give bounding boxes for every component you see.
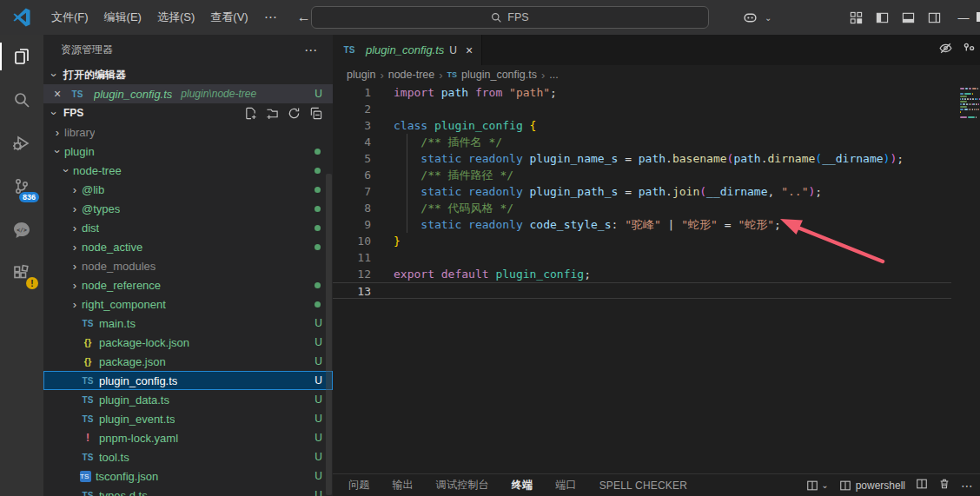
code-line-11[interactable]: 11 <box>333 249 980 266</box>
code-line-9[interactable]: 9 static readonly code_style_s: "驼峰" | "… <box>333 216 980 233</box>
panel-tab-端口[interactable]: 端口 <box>555 478 576 493</box>
extensions-warning-badge: ! <box>26 277 38 289</box>
tree-item-package-lock.json[interactable]: {}package-lock.jsonU <box>43 333 333 352</box>
run-debug-icon[interactable] <box>0 122 43 165</box>
breadcrumb-item[interactable]: plugin <box>347 69 375 81</box>
code-editor[interactable]: 1import path from "path";23class plugin_… <box>333 84 980 473</box>
panel-tab-输出[interactable]: 输出 <box>392 478 413 493</box>
toggle-secondary-sidebar-icon[interactable] <box>921 0 947 35</box>
code-line-4[interactable]: 4 /** 插件名 */ <box>333 134 980 150</box>
tree-item-pnpm-lock.yaml[interactable]: !pnpm-lock.yamlU <box>43 428 333 447</box>
panel-tab-终端[interactable]: 终端 <box>512 478 533 493</box>
git-modified-dot <box>315 282 321 288</box>
menu-编辑(E)[interactable]: 编辑(E) <box>96 0 149 35</box>
open-editors-header[interactable]: › 打开的编辑器 <box>43 65 333 84</box>
folder-section-header[interactable]: › FPS <box>43 103 333 122</box>
git-status-badge: U <box>315 374 322 387</box>
tree-item-label: pnpm-lock.yaml <box>99 432 178 445</box>
menu-more[interactable]: ⋯ <box>256 0 285 35</box>
chevron-icon: › <box>68 260 82 273</box>
panel-more-icon[interactable]: ⋯ <box>961 479 973 493</box>
search-icon[interactable] <box>0 78 43 122</box>
close-icon[interactable]: × <box>50 87 64 101</box>
sidebar-more-actions[interactable]: ⋯ <box>299 43 322 58</box>
tree-item-package.json[interactable]: {}package.jsonU <box>43 352 333 371</box>
tree-item-plugin_data.ts[interactable]: TSplugin_data.tsU <box>43 390 333 409</box>
tab-plugin-config[interactable]: TS plugin_config.ts U × <box>333 35 482 65</box>
code-line-8[interactable]: 8 /** 代码风格 */ <box>333 200 980 216</box>
json-file-icon: {} <box>80 356 96 367</box>
tab-dirty-badge: U <box>449 44 457 56</box>
nav-back-icon[interactable]: ← <box>297 10 311 25</box>
code-text: export default plugin_config; <box>371 266 591 282</box>
tree-item-label: plugin_data.ts <box>99 393 169 407</box>
sidebar-scrollbar[interactable] <box>326 174 332 495</box>
panel-tab-调试控制台[interactable]: 调试控制台 <box>436 478 489 493</box>
explorer-icon[interactable] <box>0 35 43 78</box>
panel-tab-SPELL CHECKER[interactable]: SPELL CHECKER <box>599 479 688 492</box>
tree-item-label: types.d.ts <box>99 489 148 496</box>
code-line-10[interactable]: 10} <box>333 233 980 249</box>
code-line-2[interactable]: 2 <box>333 101 980 117</box>
copilot-chevron-icon[interactable]: ⌄ <box>765 13 771 23</box>
menu-查看(V)[interactable]: 查看(V) <box>202 0 255 35</box>
toggle-panel-icon[interactable] <box>895 0 921 35</box>
code-line-13[interactable]: 13 <box>333 282 951 299</box>
tree-item-tool.ts[interactable]: TStool.tsU <box>43 447 333 466</box>
command-center-search[interactable]: FPS <box>311 6 709 29</box>
breadcrumb-item[interactable]: ... <box>549 69 558 81</box>
tree-item-right_component[interactable]: ›right_component <box>43 294 333 314</box>
tree-item-label: node_reference <box>82 279 161 292</box>
breadcrumb-item[interactable]: plugin_config.ts <box>461 69 537 81</box>
toggle-primary-sidebar-icon[interactable] <box>869 0 895 35</box>
code-line-3[interactable]: 3class plugin_config { <box>333 117 980 134</box>
ts-file-icon: TS <box>80 414 96 424</box>
tree-item-node_modules[interactable]: ›node_modules <box>43 256 333 275</box>
code-line-1[interactable]: 1import path from "path"; <box>333 84 980 101</box>
tree-item-types.d.ts[interactable]: TStypes.d.tsU <box>43 486 333 496</box>
tree-item-node-tree[interactable]: ›node-tree <box>43 161 333 180</box>
git-modified-dot <box>315 301 321 308</box>
refresh-icon[interactable] <box>288 107 301 120</box>
tab-close-icon[interactable]: × <box>466 43 473 57</box>
tree-item-plugin_config.ts[interactable]: TSplugin_config.tsU <box>43 371 333 390</box>
tree-item-node_active[interactable]: ›node_active <box>43 237 333 256</box>
terminal-instance[interactable]: powershell <box>839 479 905 492</box>
panel-tab-问题[interactable]: 问题 <box>348 478 369 493</box>
tree-item-library[interactable]: ›library <box>43 122 333 142</box>
open-editor-item[interactable]: × TS plugin_config.ts plugin\node-tree U <box>43 84 333 103</box>
tree-item-node_reference[interactable]: ›node_reference <box>43 275 333 294</box>
launch-profile-icon[interactable]: ⌄ <box>806 479 828 492</box>
code-line-7[interactable]: 7 static readonly plugin_path_s = path.j… <box>333 183 980 200</box>
collapse-all-icon[interactable] <box>309 107 322 120</box>
menu-选择(S)[interactable]: 选择(S) <box>149 0 202 35</box>
tree-item-plugin[interactable]: ›plugin <box>43 142 333 161</box>
kill-terminal-icon[interactable] <box>938 478 950 493</box>
tree-item-plugin_event.ts[interactable]: TSplugin_event.tsU <box>43 409 333 428</box>
code-line-5[interactable]: 5 static readonly plugin_name_s = path.b… <box>333 150 980 167</box>
tree-item-dist[interactable]: ›dist <box>43 218 333 237</box>
new-folder-icon[interactable] <box>266 107 279 120</box>
extensions-icon[interactable]: ! <box>0 252 43 295</box>
tree-item-main.ts[interactable]: TSmain.tsU <box>43 314 333 333</box>
copilot-icon[interactable] <box>737 0 763 35</box>
editor-more-actions-icon[interactable] <box>962 41 977 59</box>
ts-file-icon: TS <box>341 45 357 55</box>
line-number: 11 <box>333 249 371 266</box>
chat-code-extension-icon[interactable]: </> <box>0 208 43 252</box>
minimize-button[interactable]: — <box>947 0 980 35</box>
code-line-12[interactable]: 12export default plugin_config; <box>333 266 980 282</box>
customize-layout-icon[interactable] <box>843 0 869 35</box>
tree-item-@types[interactable]: ›@types <box>43 199 333 218</box>
source-control-icon[interactable]: 836 <box>0 165 43 208</box>
menu-文件(F)[interactable]: 文件(F) <box>43 0 96 35</box>
new-file-icon[interactable] <box>244 107 257 120</box>
code-line-6[interactable]: 6 /** 插件路径 */ <box>333 167 980 183</box>
breadcrumb-item[interactable]: node-tree <box>388 69 435 81</box>
minimap[interactable] <box>957 88 980 122</box>
tree-item-@lib[interactable]: ›@lib <box>43 180 333 199</box>
hide-inline-hints-icon[interactable] <box>938 41 953 59</box>
maximize-button[interactable] <box>977 12 980 22</box>
tree-item-tsconfig.json[interactable]: TStsconfig.jsonU <box>43 466 333 486</box>
split-terminal-icon[interactable] <box>916 478 928 493</box>
